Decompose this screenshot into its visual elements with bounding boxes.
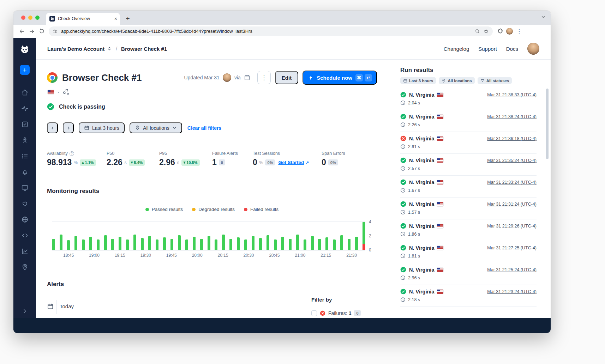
sidebar-nav	[17, 85, 32, 275]
run-result-item[interactable]: N. Virginia Mar 31 21:27:25 (UTC-4) 1.81…	[400, 241, 537, 263]
run-timestamp-link[interactable]: Mar 31 21:35:24 (UTC-4)	[487, 158, 537, 163]
run-timestamp-link[interactable]: Mar 31 21:38:33 (UTC-4)	[487, 92, 537, 97]
close-window-button[interactable]	[21, 16, 25, 20]
run-result-item[interactable]: N. Virginia Mar 31 21:31:24 (UTC-4) 1.57…	[400, 198, 537, 219]
run-timestamp-link[interactable]: Mar 31 21:36:18 (UTC-4)	[487, 136, 537, 141]
run-timestamp-link[interactable]: Mar 31 21:27:25 (UTC-4)	[487, 245, 537, 250]
forward-icon[interactable]	[27, 26, 37, 36]
sidebar-item-snippets-icon[interactable]	[17, 228, 32, 243]
url-text[interactable]: app.checklyhq.com/checks/e45dacab-8de1-4…	[61, 29, 472, 34]
sidebar-item-analytics-icon[interactable]	[17, 243, 32, 259]
nav-link-docs[interactable]: Docs	[506, 46, 518, 52]
run-result-item[interactable]: N. Virginia Mar 31 21:29:26 (UTC-4) 1.86…	[400, 219, 537, 241]
passed-icon	[400, 289, 406, 295]
prev-window-button[interactable]	[47, 122, 58, 133]
url-bar[interactable]: app.checklyhq.com/checks/e45dacab-8de1-4…	[49, 26, 493, 36]
new-tab-button[interactable]: +	[123, 14, 133, 24]
chip-locations[interactable]: All locations	[439, 77, 474, 84]
stat-badge: 0%	[328, 159, 338, 165]
info-icon[interactable]: ?	[70, 151, 74, 156]
passed-dot-icon	[145, 208, 149, 211]
panel-scrollbar[interactable]	[546, 89, 549, 159]
monitoring-chart-plot[interactable]	[52, 222, 365, 250]
run-result-item[interactable]: N. Virginia Mar 31 21:25:24 (UTC-4) 2.96…	[400, 263, 537, 285]
run-result-item[interactable]: N. Virginia Mar 31 21:33:24 (UTC-4) 1.67…	[400, 176, 537, 198]
stat-badge: 0	[219, 159, 225, 165]
clock-icon	[400, 231, 406, 237]
failures-checkbox[interactable]	[311, 310, 317, 316]
y-tick-label: 2	[369, 233, 371, 238]
run-duration: 2.96 s	[408, 275, 420, 280]
chart-bar	[156, 239, 158, 250]
chrome-browser-icon	[47, 72, 58, 83]
next-window-button[interactable]	[63, 122, 74, 133]
nav-link-support[interactable]: Support	[478, 46, 497, 52]
via-label: via	[234, 75, 241, 80]
failed-icon	[400, 135, 406, 141]
run-timestamp-link[interactable]: Mar 31 21:31:24 (UTC-4)	[487, 202, 537, 207]
chart-bar	[266, 235, 269, 250]
sidebar-item-checks-icon[interactable]	[17, 116, 32, 132]
chip-statuses[interactable]: All statuses	[478, 77, 512, 84]
site-settings-icon[interactable]	[53, 29, 58, 34]
run-result-item[interactable]: N. Virginia Mar 31 21:36:18 (UTC-4) 2.91…	[400, 132, 537, 154]
clock-icon	[400, 297, 406, 302]
run-result-item[interactable]: N. Virginia Mar 31 21:38:33 (UTC-4) 2.04…	[400, 88, 537, 110]
run-timestamp-link[interactable]: Mar 31 21:33:24 (UTC-4)	[487, 180, 537, 185]
sidebar-item-home-icon[interactable]	[17, 85, 32, 101]
sidebar-item-dashboards-icon[interactable]	[17, 180, 32, 196]
chart-bar	[52, 239, 55, 250]
account-switcher[interactable]: Laura's Demo Account	[47, 46, 104, 52]
sidebar-item-activity-icon[interactable]	[17, 101, 32, 116]
locations-filter-button[interactable]: All locations	[130, 122, 182, 133]
sidebar-item-heartbeats-icon[interactable]	[17, 196, 32, 212]
updated-label: Updated Mar 31	[184, 75, 219, 80]
chip-time-range[interactable]: Last 3 hours	[400, 77, 436, 84]
stat-p50: P50 2.26 s ▾5.4%	[107, 151, 159, 167]
account-switcher-chevrons-icon[interactable]	[107, 46, 112, 51]
passed-icon	[400, 157, 406, 163]
run-timestamp-link[interactable]: Mar 31 21:29:26 (UTC-4)	[487, 224, 537, 229]
clock-icon	[400, 275, 406, 280]
chart-bar	[141, 238, 144, 250]
user-avatar[interactable]	[527, 43, 539, 55]
extensions-icon[interactable]	[495, 26, 505, 36]
run-timestamp-link[interactable]: Mar 31 21:25:24 (UTC-4)	[487, 267, 537, 272]
run-result-item[interactable]: N. Virginia Mar 31 21:23:24 (UTC-4) 2.18…	[400, 285, 537, 307]
sidebar-item-maintenance-icon[interactable]	[17, 132, 32, 148]
bookmark-star-icon[interactable]	[483, 29, 489, 34]
run-timestamp-link[interactable]: Mar 31 21:23:24 (UTC-4)	[487, 289, 537, 294]
clock-icon	[400, 122, 406, 127]
schedule-now-button[interactable]: Schedule now ⌘ ↵	[302, 71, 377, 85]
sidebar-item-results-icon[interactable]	[17, 148, 32, 164]
zoom-icon[interactable]	[475, 29, 480, 34]
sidebar-item-alerts-icon[interactable]	[17, 164, 32, 180]
browser-menu-icon[interactable]: ⋮	[514, 26, 524, 36]
get-started-link[interactable]: Get Started	[278, 160, 310, 165]
monitoring-results-chart[interactable]: 18:4519:0019:1519:3019:4520:0020:1520:30…	[47, 222, 377, 259]
run-result-item[interactable]: N. Virginia Mar 31 21:35:24 (UTC-4) 2.57…	[400, 154, 537, 176]
breadcrumb-check-name[interactable]: Browser Check #1	[121, 46, 167, 52]
time-range-filter-button[interactable]: Last 3 hours	[79, 122, 125, 133]
more-actions-button[interactable]: ⋮	[257, 71, 271, 84]
zoom-window-button[interactable]	[35, 16, 40, 20]
create-new-button[interactable]: +	[20, 65, 30, 75]
reload-icon[interactable]	[37, 26, 47, 36]
tab-close-icon[interactable]: ×	[114, 16, 117, 21]
browser-profile-avatar[interactable]	[506, 28, 513, 35]
tab-search-chevron-icon[interactable]	[541, 14, 546, 19]
nav-link-changelog[interactable]: Changelog	[444, 46, 469, 52]
checkly-logo-icon[interactable]	[18, 43, 31, 56]
minimize-window-button[interactable]	[28, 16, 32, 20]
sidebar-item-private-locations-icon[interactable]	[17, 212, 32, 228]
clear-all-filters-link[interactable]: Clear all filters	[187, 125, 222, 131]
run-result-item[interactable]: N. Virginia Mar 31 21:38:24 (UTC-4) 2.26…	[400, 110, 537, 132]
bolt-icon	[308, 75, 313, 80]
sidebar-expand-icon[interactable]	[22, 308, 28, 314]
time-range-label: Last 3 hours	[92, 125, 119, 131]
back-icon[interactable]	[17, 26, 27, 36]
edit-button[interactable]: Edit	[275, 71, 298, 84]
sidebar-item-locations-icon[interactable]	[17, 259, 32, 275]
run-timestamp-link[interactable]: Mar 31 21:38:24 (UTC-4)	[487, 114, 537, 119]
tab-check-overview[interactable]: Check Overview ×	[46, 13, 120, 25]
